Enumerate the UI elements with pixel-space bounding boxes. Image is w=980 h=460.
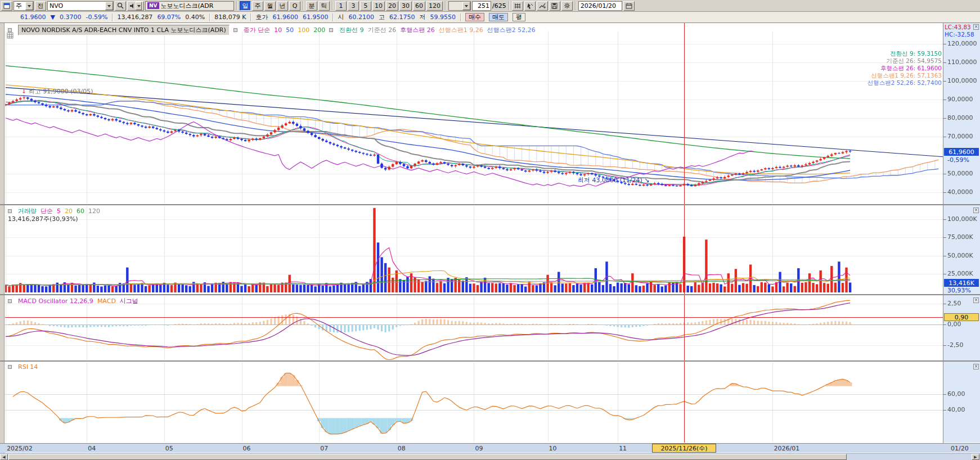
down-arrow-icon: ▼: [51, 13, 55, 21]
save-button[interactable]: [549, 1, 560, 11]
panel-close-icon[interactable]: ×: [973, 208, 979, 213]
chart-area: NOVO NORDISK A/S ADR-EACH CNV INTO 1 CLA…: [0, 23, 980, 460]
date-tick-label: 2026/01: [774, 445, 799, 452]
ichimoku-legend-item: 후행스팬 26: [400, 26, 435, 34]
chart-window: 주 전 NVO NV 노보노디스크(ADR 일주월년Q 분틱 135102030…: [0, 0, 980, 460]
minute-button-20[interactable]: 20: [386, 1, 398, 11]
symbol-value: NVO: [50, 2, 63, 10]
volume-ma-20: 20: [65, 208, 73, 215]
panel-close-icon[interactable]: ×: [973, 24, 979, 30]
high-price: 62.1750: [389, 13, 415, 21]
period-button-월[interactable]: 월: [264, 1, 276, 11]
price-chart-canvas[interactable]: [0, 23, 980, 460]
candle-total-label: /625: [492, 2, 506, 10]
volume-legend-name: 거래량: [18, 207, 37, 215]
low-label: 저: [419, 13, 425, 21]
minute-button-10[interactable]: 10: [372, 1, 385, 11]
quote-separator: [250, 13, 251, 21]
panel-divider[interactable]: [0, 204, 980, 205]
symbol-combo[interactable]: NVO: [47, 1, 114, 11]
scroll-right-icon[interactable]: ▶: [972, 454, 979, 460]
date-input[interactable]: 2026/01/20: [578, 1, 622, 11]
ichimoku-legend: 전환선 9기준선 26후행스팬 26선행스팬1 9,26선행스팬2 52,26: [339, 26, 536, 34]
date-tick-label: 07: [320, 445, 328, 452]
chevron-down-icon[interactable]: [25, 2, 33, 10]
period-button-년[interactable]: 년: [277, 1, 288, 11]
axis-tick-label: 80,0000: [947, 114, 973, 121]
left-splitter[interactable]: [0, 23, 5, 460]
price-change: 0.3700: [60, 13, 82, 21]
sell-button[interactable]: 매도: [489, 13, 508, 21]
date-tick-label: 11: [619, 445, 627, 452]
bid-price: 61.9600: [272, 13, 298, 21]
date-tick-label: 05: [165, 445, 173, 452]
mode-button-틱[interactable]: 틱: [318, 1, 330, 11]
trendline-tool-button[interactable]: [537, 1, 548, 11]
date-tick-label: 06: [243, 445, 251, 452]
scrollbar-thumb[interactable]: [8, 454, 847, 460]
volume-current-text: 13,416,287주(30,93%): [8, 215, 78, 223]
interval-combo[interactable]: [448, 1, 471, 11]
current-price-box: 61,9600: [944, 148, 979, 156]
quote-bar: 61.9600 ▼ 0.3700 -0.59% 13,416,287 69.07…: [0, 12, 980, 23]
panel-close-icon[interactable]: ×: [973, 364, 979, 369]
minute-button-1[interactable]: 1: [335, 1, 347, 11]
panel-marker-icon: [8, 365, 12, 369]
prev-stock-button[interactable]: 전: [35, 1, 46, 11]
panel-close-icon[interactable]: ×: [973, 297, 979, 303]
crosshair-tool-button[interactable]: [524, 1, 536, 11]
date-tick-label: 10: [549, 445, 557, 452]
window-icon[interactable]: [1, 1, 12, 11]
rsi-legend-label: RSI 14: [18, 363, 38, 371]
chart-type-combo[interactable]: 주: [14, 1, 34, 11]
price-ma-10: 10: [274, 26, 282, 34]
high-arrow-icon: ↓: [21, 88, 26, 95]
current-volume-pct: 30,93%: [947, 287, 971, 294]
minute-button-3[interactable]: 3: [348, 1, 359, 11]
buy-button[interactable]: 매수: [465, 13, 484, 21]
avg-button[interactable]: 평: [513, 13, 525, 21]
panel-marker-icon: [8, 209, 12, 213]
axis-tick-label: 25,000K: [947, 270, 973, 277]
period-button-주[interactable]: 주: [252, 1, 263, 11]
minute-button-30[interactable]: 30: [399, 1, 412, 11]
open-price: 60.2100: [348, 13, 374, 21]
minute-button-60[interactable]: 60: [413, 1, 425, 11]
minute-button-120[interactable]: 120: [426, 1, 443, 11]
ichimoku-value-row: 전환선 9: 59,3150: [867, 50, 942, 57]
toolbar-separator: [303, 1, 304, 10]
macd-header: MACD Oscillator 12,26,9MACD시그널: [8, 297, 138, 305]
panel-marker-icon: [233, 28, 237, 32]
search-button[interactable]: [115, 1, 126, 11]
chevron-down-icon[interactable]: [462, 2, 470, 10]
calendar-button[interactable]: [623, 1, 635, 11]
quote-separator: [332, 13, 333, 21]
mode-button-분[interactable]: 분: [306, 1, 317, 11]
main-toolbar: 주 전 NVO NV 노보노디스크(ADR 일주월년Q 분틱 135102030…: [0, 0, 980, 12]
sound-button[interactable]: [127, 1, 144, 11]
trendline-icon: [539, 3, 546, 9]
rsi-axis-gutter[interactable]: [943, 362, 980, 443]
period-button-Q[interactable]: Q: [289, 1, 300, 11]
settings-button[interactable]: [561, 1, 573, 11]
current-price-pct: -0,59%: [947, 156, 969, 164]
macd-legend-item: 시그널: [120, 297, 138, 305]
panel-divider[interactable]: [0, 360, 980, 362]
axis-tick-label: 70,0000: [947, 133, 973, 140]
gear-icon: [564, 2, 570, 9]
minute-button-5[interactable]: 5: [360, 1, 371, 11]
axis-tick-label: 100,000K: [947, 215, 977, 223]
price-grid-button[interactable]: [512, 1, 523, 11]
panel-divider[interactable]: [0, 294, 980, 295]
candle-count-input[interactable]: 251: [472, 1, 491, 11]
toolbar-separator: [575, 1, 576, 10]
axis-tick-label: 0,00: [947, 321, 961, 328]
chevron-down-icon[interactable]: [136, 2, 142, 10]
period-button-일[interactable]: 일: [240, 1, 251, 11]
horizontal-scrollbar[interactable]: ◀ ▶: [0, 453, 980, 460]
chevron-down-icon[interactable]: [105, 2, 113, 10]
scroll-left-icon[interactable]: ◀: [0, 454, 8, 460]
toolbar-separator: [236, 1, 237, 10]
price-ma-50: 50: [286, 26, 294, 34]
panel-marker-icon: [8, 299, 12, 303]
